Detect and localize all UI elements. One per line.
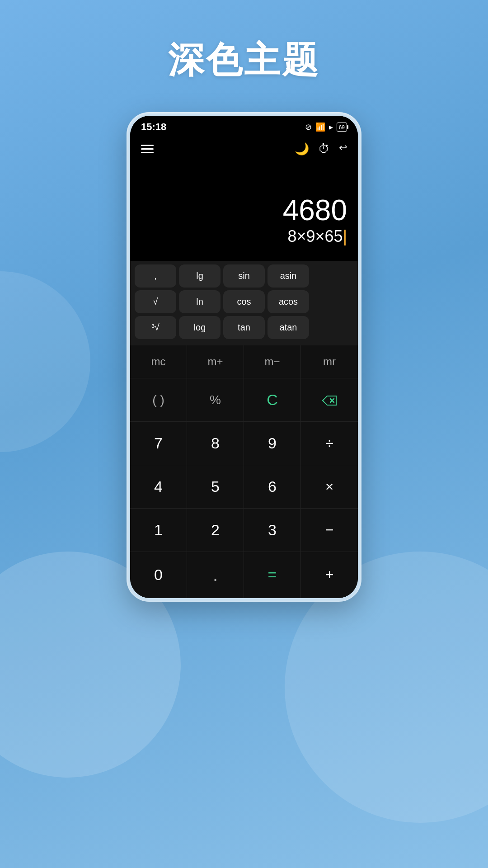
phone-screen: 15:18 ⊘ 📶 ▸ 69 🌙 ⏱ ↩ [130,116,358,598]
equals-btn[interactable]: = [244,552,301,598]
ln-btn[interactable]: ln [179,290,221,313]
sci-row-1: , lg sin asin [135,264,353,288]
signal-icon: 📶 [315,122,325,132]
app-header: 🌙 ⏱ ↩ [130,137,358,161]
keypad-row-0: 0 . = + [130,552,358,598]
battery-icon: 69 [337,123,347,132]
plus-btn[interactable]: + [301,552,358,598]
divide-btn[interactable]: ÷ [301,422,358,465]
sin-btn[interactable]: sin [223,264,265,288]
calc-display: 4680 8×9×65| [130,161,358,261]
acos-btn[interactable]: acos [267,290,309,313]
three-btn[interactable]: 3 [244,509,301,552]
six-btn[interactable]: 6 [244,465,301,508]
history-icon[interactable]: ⏱ [318,142,330,156]
log-btn[interactable]: log [179,316,221,339]
sci-row-2: √ ln cos acos [135,290,353,313]
percent-btn[interactable]: % [187,378,244,421]
four-btn[interactable]: 4 [130,465,187,508]
atan-btn[interactable]: atan [267,316,309,339]
clear-btn[interactable]: C [244,378,301,421]
seven-btn[interactable]: 7 [130,422,187,465]
night-mode-icon[interactable]: 🌙 [295,142,309,156]
mc-btn[interactable]: mc [130,345,187,378]
backspace-btn[interactable] [301,378,358,421]
memory-row: mc m+ m− mr [130,345,358,378]
status-time: 15:18 [141,121,166,133]
tan-btn[interactable]: tan [223,316,265,339]
status-icons: ⊘ 📶 ▸ 69 [305,122,347,132]
page-title: 深色主题 [168,36,320,85]
wifi-icon: ▸ [329,122,333,132]
eight-btn[interactable]: 8 [187,422,244,465]
comma-btn[interactable]: , [135,264,176,288]
parens-btn[interactable]: ( ) [130,378,187,421]
alarm-icon: ⊘ [305,122,312,132]
zero-btn[interactable]: 0 [130,552,187,598]
nine-btn[interactable]: 9 [244,422,301,465]
multiply-btn[interactable]: × [301,465,358,508]
keypad-row-789: 7 8 9 ÷ [130,422,358,465]
calc-result: 4680 [283,194,347,226]
cursor: | [343,227,347,245]
one-btn[interactable]: 1 [130,509,187,552]
cbrt-btn[interactable]: ³√ [135,316,176,339]
mr-btn[interactable]: mr [301,345,358,378]
asin-btn[interactable]: asin [267,264,309,288]
lg-btn[interactable]: lg [179,264,221,288]
dot-btn[interactable]: . [187,552,244,598]
two-btn[interactable]: 2 [187,509,244,552]
minus-btn[interactable]: − [301,509,358,552]
keypad-row-456: 4 5 6 × [130,465,358,509]
status-bar: 15:18 ⊘ 📶 ▸ 69 [130,116,358,137]
header-icons: 🌙 ⏱ ↩ [295,142,347,156]
mminus-btn[interactable]: m− [244,345,301,378]
calc-expression: 8×9×65| [288,226,347,247]
mplus-btn[interactable]: m+ [187,345,244,378]
keypad-row-123: 1 2 3 − [130,509,358,552]
phone-mockup: 15:18 ⊘ 📶 ▸ 69 🌙 ⏱ ↩ [127,112,361,602]
keypad-row-special: ( ) % C [130,378,358,422]
cos-btn[interactable]: cos [223,290,265,313]
menu-button[interactable] [141,145,154,153]
sqrt-btn[interactable]: √ [135,290,176,313]
scientific-section: , lg sin asin √ ln cos acos ³√ log tan a… [130,261,358,345]
five-btn[interactable]: 5 [187,465,244,508]
rotate-icon[interactable]: ↩ [339,142,347,156]
sci-row-3: ³√ log tan atan [135,316,353,339]
